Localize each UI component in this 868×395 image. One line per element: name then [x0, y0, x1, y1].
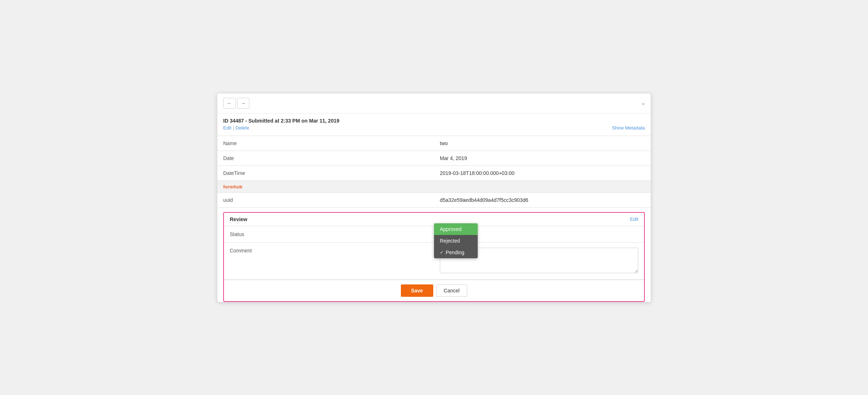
status-row: Status Approved Rejected ✓	[224, 226, 644, 243]
table-row: uuidd5a32e59aedb44d09a4d7f5cc3c903d6	[217, 192, 651, 207]
close-icon: ×	[642, 101, 645, 107]
comment-label-cell: Comment	[224, 242, 434, 279]
dropdown-item-approved[interactable]: Approved	[434, 223, 478, 235]
field-label: Date	[217, 151, 434, 165]
review-section: Review Edit Status Approved Rejected	[223, 212, 645, 302]
save-button[interactable]: Save	[401, 284, 433, 297]
field-value: d5a32e59aedb44d09a4d7f5cc3c903d6	[434, 192, 651, 207]
back-icon: ←	[227, 100, 232, 106]
modal-header: ← → ×	[217, 93, 651, 113]
separator: |	[233, 125, 234, 131]
back-button[interactable]: ←	[223, 98, 236, 109]
dropdown-item-rejected[interactable]: Rejected	[434, 235, 478, 247]
rejected-label: Rejected	[440, 238, 460, 244]
check-icon: ✓	[440, 250, 443, 255]
field-value: 2019-03-18T18:00:00.000+03:00	[434, 165, 651, 180]
field-label: Name	[217, 136, 434, 151]
review-table: Status Approved Rejected ✓	[224, 226, 644, 280]
submission-actions: Edit | Delete Show Metadata	[223, 125, 645, 131]
status-label-cell: Status	[224, 226, 434, 243]
data-table: NametwoDateMar 4, 2019DateTime2019-03-18…	[217, 136, 651, 208]
forward-icon: →	[241, 100, 246, 106]
field-value: Mar 4, 2019	[434, 151, 651, 165]
table-row: Nametwo	[217, 136, 651, 151]
section-header-label: formhub	[223, 184, 242, 189]
dropdown-item-pending[interactable]: ✓ Pending	[434, 247, 478, 258]
field-label: DateTime	[217, 165, 434, 180]
pending-label: Pending	[446, 250, 464, 255]
modal-container: ← → × ID 34487 - Submitted at 2:33 PM on…	[217, 93, 651, 302]
approved-label: Approved	[440, 226, 462, 232]
close-button[interactable]: ×	[642, 100, 645, 107]
review-footer: Save Cancel	[224, 280, 644, 301]
show-metadata-link[interactable]: Show Metadata	[612, 125, 645, 131]
submission-info: ID 34487 - Submitted at 2:33 PM on Mar 1…	[217, 113, 651, 133]
table-row: DateMar 4, 2019	[217, 151, 651, 165]
review-title: Review	[230, 216, 247, 222]
field-label: uuid	[217, 192, 434, 207]
delete-link[interactable]: Delete	[236, 125, 249, 131]
status-value-cell: Approved Rejected ✓ Pending	[434, 226, 644, 243]
cancel-button[interactable]: Cancel	[436, 284, 467, 297]
nav-buttons: ← →	[223, 98, 249, 109]
review-edit-link[interactable]: Edit	[630, 216, 638, 222]
submission-id: ID 34487 - Submitted at 2:33 PM on Mar 1…	[223, 118, 645, 124]
field-value: two	[434, 136, 651, 151]
table-row: DateTime2019-03-18T18:00:00.000+03:00	[217, 165, 651, 180]
status-dropdown[interactable]: Approved Rejected ✓ Pending	[434, 223, 478, 258]
section-header-row: formhub	[217, 180, 651, 192]
forward-button[interactable]: →	[237, 98, 249, 109]
action-links: Edit | Delete	[223, 125, 249, 131]
edit-link[interactable]: Edit	[223, 125, 231, 131]
